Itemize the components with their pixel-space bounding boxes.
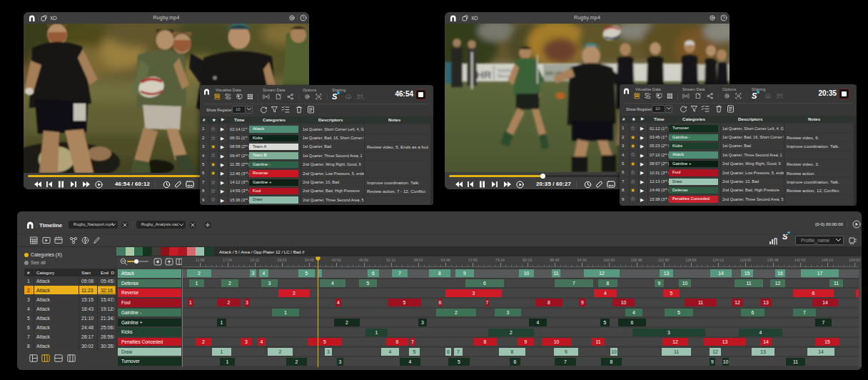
svg-text:?: ? xyxy=(302,16,305,20)
svg-text:?: ? xyxy=(722,16,725,20)
